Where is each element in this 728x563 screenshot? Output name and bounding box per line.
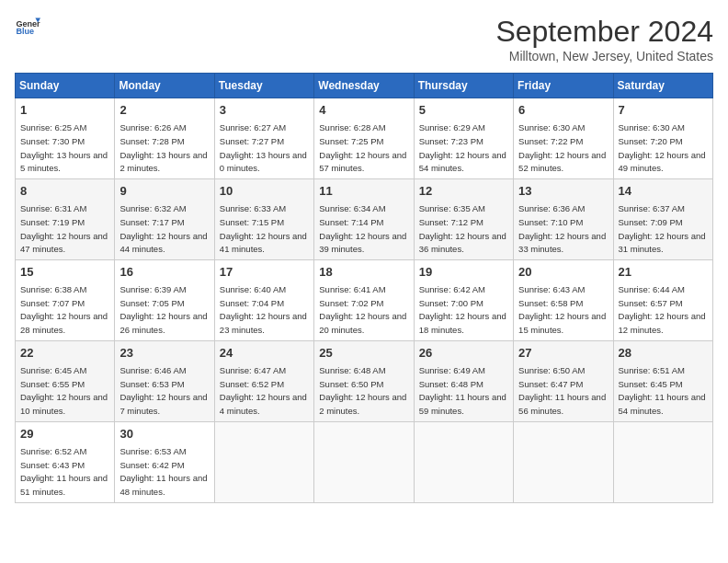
calendar-week-row: 15 Sunrise: 6:38 AMSunset: 7:07 PMDaylig… — [16, 259, 713, 340]
calendar-day-cell: 28 Sunrise: 6:51 AMSunset: 6:45 PMDaylig… — [613, 340, 712, 421]
weekday-header-cell: Monday — [115, 74, 214, 98]
calendar-day-cell: 2 Sunrise: 6:26 AMSunset: 7:28 PMDayligh… — [115, 98, 214, 179]
day-number: 23 — [119, 345, 209, 362]
day-info: Sunrise: 6:47 AMSunset: 6:52 PMDaylight:… — [220, 365, 307, 416]
calendar-day-cell: 30 Sunrise: 6:53 AMSunset: 6:42 PMDaylig… — [115, 421, 214, 502]
day-info: Sunrise: 6:52 AMSunset: 6:43 PMDaylight:… — [20, 446, 108, 497]
day-number: 12 — [419, 183, 508, 200]
weekday-header-cell: Tuesday — [214, 74, 313, 98]
calendar-week-row: 22 Sunrise: 6:45 AMSunset: 6:55 PMDaylig… — [16, 340, 713, 421]
day-number: 11 — [319, 183, 408, 200]
day-info: Sunrise: 6:41 AMSunset: 7:02 PMDaylight:… — [319, 284, 406, 335]
calendar-day-cell: 20 Sunrise: 6:43 AMSunset: 6:58 PMDaylig… — [514, 259, 613, 340]
logo-icon: General Blue — [15, 15, 40, 40]
calendar-day-cell — [613, 421, 712, 502]
calendar-day-cell: 29 Sunrise: 6:52 AMSunset: 6:43 PMDaylig… — [16, 421, 115, 502]
weekday-header-row: SundayMondayTuesdayWednesdayThursdayFrid… — [16, 74, 713, 98]
calendar-day-cell: 11 Sunrise: 6:34 AMSunset: 7:14 PMDaylig… — [314, 178, 414, 259]
calendar-day-cell: 23 Sunrise: 6:46 AMSunset: 6:53 PMDaylig… — [115, 340, 214, 421]
page-header: General Blue September 2024 Milltown, Ne… — [15, 15, 713, 63]
day-info: Sunrise: 6:39 AMSunset: 7:05 PMDaylight:… — [119, 284, 207, 335]
day-number: 9 — [119, 183, 209, 200]
calendar-day-cell — [214, 421, 313, 502]
day-number: 5 — [419, 102, 508, 119]
calendar-day-cell — [414, 421, 513, 502]
calendar-day-cell: 14 Sunrise: 6:37 AMSunset: 7:09 PMDaylig… — [613, 178, 712, 259]
day-info: Sunrise: 6:28 AMSunset: 7:25 PMDaylight:… — [319, 122, 406, 173]
day-number: 1 — [20, 102, 109, 119]
day-number: 21 — [619, 264, 708, 281]
day-info: Sunrise: 6:36 AMSunset: 7:10 PMDaylight:… — [518, 203, 606, 254]
day-info: Sunrise: 6:27 AMSunset: 7:27 PMDaylight:… — [220, 122, 307, 173]
calendar-day-cell: 22 Sunrise: 6:45 AMSunset: 6:55 PMDaylig… — [16, 340, 115, 421]
logo: General Blue — [15, 15, 40, 40]
day-number: 4 — [319, 102, 408, 119]
calendar-day-cell: 27 Sunrise: 6:50 AMSunset: 6:47 PMDaylig… — [514, 340, 613, 421]
day-info: Sunrise: 6:45 AMSunset: 6:55 PMDaylight:… — [20, 365, 108, 416]
day-number: 28 — [619, 345, 708, 362]
day-number: 20 — [518, 264, 608, 281]
day-number: 27 — [518, 345, 608, 362]
weekday-header-cell: Saturday — [613, 74, 712, 98]
day-info: Sunrise: 6:49 AMSunset: 6:48 PMDaylight:… — [419, 365, 506, 416]
day-number: 13 — [518, 183, 608, 200]
calendar-table: SundayMondayTuesdayWednesdayThursdayFrid… — [15, 73, 713, 503]
calendar-day-cell: 15 Sunrise: 6:38 AMSunset: 7:07 PMDaylig… — [16, 259, 115, 340]
day-info: Sunrise: 6:34 AMSunset: 7:14 PMDaylight:… — [319, 203, 406, 254]
day-info: Sunrise: 6:25 AMSunset: 7:30 PMDaylight:… — [20, 122, 108, 173]
day-info: Sunrise: 6:35 AMSunset: 7:12 PMDaylight:… — [419, 203, 506, 254]
calendar-day-cell: 16 Sunrise: 6:39 AMSunset: 7:05 PMDaylig… — [115, 259, 214, 340]
calendar-day-cell: 1 Sunrise: 6:25 AMSunset: 7:30 PMDayligh… — [16, 98, 115, 179]
svg-text:Blue: Blue — [16, 27, 34, 36]
day-number: 29 — [20, 426, 109, 442]
day-info: Sunrise: 6:46 AMSunset: 6:53 PMDaylight:… — [119, 365, 207, 416]
day-number: 7 — [619, 102, 708, 119]
calendar-week-row: 8 Sunrise: 6:31 AMSunset: 7:19 PMDayligh… — [16, 178, 713, 259]
day-info: Sunrise: 6:30 AMSunset: 7:20 PMDaylight:… — [619, 122, 706, 173]
day-info: Sunrise: 6:51 AMSunset: 6:45 PMDaylight:… — [619, 365, 706, 416]
day-number: 22 — [20, 345, 109, 362]
calendar-day-cell: 3 Sunrise: 6:27 AMSunset: 7:27 PMDayligh… — [214, 98, 313, 179]
calendar-day-cell: 5 Sunrise: 6:29 AMSunset: 7:23 PMDayligh… — [414, 98, 513, 179]
calendar-day-cell — [514, 421, 613, 502]
title-area: September 2024 Milltown, New Jersey, Uni… — [495, 15, 713, 63]
day-number: 16 — [119, 264, 209, 281]
calendar-day-cell: 17 Sunrise: 6:40 AMSunset: 7:04 PMDaylig… — [214, 259, 313, 340]
day-number: 24 — [220, 345, 309, 362]
day-number: 10 — [220, 183, 309, 200]
day-number: 8 — [20, 183, 109, 200]
day-info: Sunrise: 6:31 AMSunset: 7:19 PMDaylight:… — [20, 203, 108, 254]
day-number: 25 — [319, 345, 408, 362]
day-info: Sunrise: 6:30 AMSunset: 7:22 PMDaylight:… — [518, 122, 606, 173]
day-info: Sunrise: 6:48 AMSunset: 6:50 PMDaylight:… — [319, 365, 406, 416]
weekday-header-cell: Friday — [514, 74, 613, 98]
calendar-day-cell: 9 Sunrise: 6:32 AMSunset: 7:17 PMDayligh… — [115, 178, 214, 259]
month-title: September 2024 — [495, 15, 713, 49]
day-number: 18 — [319, 264, 408, 281]
calendar-week-row: 29 Sunrise: 6:52 AMSunset: 6:43 PMDaylig… — [16, 421, 713, 502]
day-number: 2 — [119, 102, 209, 119]
location: Milltown, New Jersey, United States — [495, 49, 713, 63]
day-info: Sunrise: 6:44 AMSunset: 6:57 PMDaylight:… — [619, 284, 706, 335]
calendar-day-cell: 26 Sunrise: 6:49 AMSunset: 6:48 PMDaylig… — [414, 340, 513, 421]
day-number: 6 — [518, 102, 608, 119]
weekday-header-cell: Wednesday — [314, 74, 414, 98]
day-number: 3 — [220, 102, 309, 119]
day-info: Sunrise: 6:40 AMSunset: 7:04 PMDaylight:… — [220, 284, 307, 335]
day-info: Sunrise: 6:26 AMSunset: 7:28 PMDaylight:… — [119, 122, 207, 173]
calendar-day-cell: 12 Sunrise: 6:35 AMSunset: 7:12 PMDaylig… — [414, 178, 513, 259]
calendar-week-row: 1 Sunrise: 6:25 AMSunset: 7:30 PMDayligh… — [16, 98, 713, 179]
day-info: Sunrise: 6:53 AMSunset: 6:42 PMDaylight:… — [119, 446, 207, 497]
weekday-header-cell: Sunday — [16, 74, 115, 98]
day-number: 14 — [619, 183, 708, 200]
calendar-day-cell: 10 Sunrise: 6:33 AMSunset: 7:15 PMDaylig… — [214, 178, 313, 259]
day-number: 30 — [119, 426, 209, 442]
day-info: Sunrise: 6:42 AMSunset: 7:00 PMDaylight:… — [419, 284, 506, 335]
day-info: Sunrise: 6:32 AMSunset: 7:17 PMDaylight:… — [119, 203, 207, 254]
weekday-header-cell: Thursday — [414, 74, 513, 98]
day-number: 19 — [419, 264, 508, 281]
calendar-day-cell — [314, 421, 414, 502]
calendar-day-cell: 4 Sunrise: 6:28 AMSunset: 7:25 PMDayligh… — [314, 98, 414, 179]
calendar-day-cell: 21 Sunrise: 6:44 AMSunset: 6:57 PMDaylig… — [613, 259, 712, 340]
day-info: Sunrise: 6:38 AMSunset: 7:07 PMDaylight:… — [20, 284, 108, 335]
